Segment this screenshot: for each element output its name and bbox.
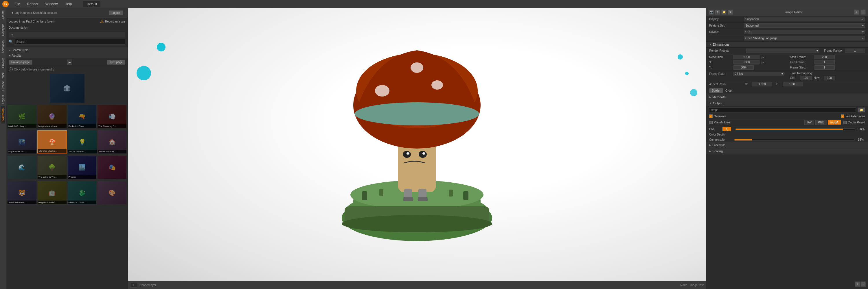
results-section-header[interactable]: Results: [6, 53, 128, 59]
thumb-netsuke[interactable]: 🐉 Netsuke - curle...: [68, 181, 97, 204]
aspect-x-input[interactable]: 1.000: [752, 82, 772, 86]
cache-result-checkbox[interactable]: [843, 121, 846, 124]
thumb-row4-4[interactable]: 🎨: [97, 181, 126, 204]
output-section-header[interactable]: Output: [706, 100, 868, 106]
panel-plus-btn[interactable]: +: [855, 282, 860, 287]
search-header[interactable]: [9, 32, 125, 38]
placeholders-checkbox[interactable]: [709, 121, 713, 124]
border-button[interactable]: Border: [709, 88, 723, 93]
nav-arrow-right[interactable]: ▶: [67, 60, 72, 65]
thumb-house-lowpoly[interactable]: 🏠 House lowpoly ...: [98, 130, 126, 153]
dimensions-section[interactable]: Dimensions: [706, 42, 868, 48]
sketchfab-header-row: ▼ Log in to your Sketchfab account Logou…: [9, 9, 125, 16]
search-filters-section[interactable]: Search filters: [6, 47, 128, 53]
thumb-model47[interactable]: 🌿 Model 47 - Log...: [7, 105, 36, 128]
svg-rect-23: [362, 191, 367, 200]
resolution-y-input[interactable]: 1080: [734, 60, 760, 65]
png-active-button[interactable]: 8: [722, 127, 731, 131]
tab-relations[interactable]: Relations: [1, 22, 5, 38]
thumb-wind[interactable]: 🌳 The Wind in The...: [38, 156, 66, 179]
menu-file[interactable]: File: [13, 1, 21, 7]
menu-help[interactable]: Help: [63, 1, 73, 7]
featured-thumbnail[interactable]: 🏛️: [50, 74, 85, 103]
thumb-art-12: 🎭: [97, 156, 126, 179]
compression-slider[interactable]: [734, 139, 855, 141]
feature-set-dropdown[interactable]: Supported ▾: [744, 24, 865, 28]
menu-window[interactable]: Window: [44, 1, 59, 7]
search-input[interactable]: [14, 39, 125, 44]
view-icon[interactable]: 👁: [728, 9, 733, 15]
thumb-magic-dream[interactable]: 🔮 Magic dream lens: [38, 105, 66, 128]
menu-render[interactable]: Render: [26, 1, 39, 7]
svg-rect-26: [449, 190, 453, 196]
file-extensions-checkbox[interactable]: ✓: [841, 114, 844, 118]
mushroom-scene: [128, 8, 706, 275]
compression-value: 15%: [857, 138, 865, 141]
panel-minus-btn[interactable]: −: [861, 282, 866, 287]
aspect-ratio-label: Aspect Ratio:: [709, 83, 744, 86]
end-frame-input[interactable]: 1: [814, 60, 835, 65]
frame-range-start[interactable]: 1: [845, 48, 865, 53]
render-icon[interactable]: 📷: [709, 9, 714, 15]
thumb-row3-1[interactable]: 🌊: [7, 156, 36, 179]
output-folder-button[interactable]: 📁: [858, 108, 865, 112]
next-page-button[interactable]: Next page: [107, 60, 125, 65]
thumb-sabertooth[interactable]: 🐯 Sabertooth Rac...: [7, 181, 36, 204]
thumb-led-character[interactable]: 💡 LED Character: [68, 130, 97, 153]
thumb-row-2: 🌃 Nighthawks dio... 🍄 Monster Mushro... …: [6, 129, 128, 155]
frame-step-input[interactable]: 1: [814, 65, 835, 70]
thumb-smoking[interactable]: 💨 The Smoking R...: [97, 105, 126, 128]
tab-animation[interactable]: Animation: [1, 38, 5, 56]
logout-button[interactable]: Logout: [109, 10, 123, 15]
documentation-label[interactable]: Documentation: [9, 26, 28, 29]
tab-layers[interactable]: Layers: [1, 93, 5, 106]
scaling-section[interactable]: Scaling: [706, 148, 868, 154]
active-workspace-tab[interactable]: Default: [83, 1, 100, 7]
thumb-nighthawks[interactable]: 🌃 Nighthawks dio...: [7, 130, 36, 153]
report-issue-label[interactable]: Report an issue: [105, 20, 125, 23]
display-dropdown[interactable]: Supported ▾: [744, 17, 865, 22]
prev-page-button[interactable]: Previous page: [9, 60, 32, 65]
render-presets-dropdown[interactable]: ▾: [746, 48, 819, 53]
resolution-x-input[interactable]: 1920: [734, 55, 760, 59]
thumb-prague[interactable]: 🏙️ Prague: [68, 156, 97, 179]
metadata-section[interactable]: Metadata: [706, 94, 868, 100]
tab-sketchfab[interactable]: Sketchfab: [1, 106, 5, 123]
mushroom-svg: [316, 33, 518, 250]
thumb-reg-riko[interactable]: 🤖 Reg Riko Nanac...: [38, 181, 66, 204]
tab-grease-pencil[interactable]: Grease Pencil: [1, 70, 5, 93]
fps-chevron: ▾: [781, 72, 783, 75]
collapse-icon[interactable]: -: [861, 9, 866, 15]
old-value-input[interactable]: 100: [800, 76, 812, 80]
overwrite-checkbox[interactable]: ✓: [709, 114, 713, 118]
thumb-drakefire[interactable]: 🔫 Drakefire Pistol: [68, 105, 97, 128]
output-icon[interactable]: 📁: [721, 9, 726, 15]
frame-rate-dropdown[interactable]: 24 fps ▾: [734, 72, 784, 76]
png-slider[interactable]: [735, 128, 855, 130]
thumb-row3-4[interactable]: 🎭: [97, 156, 126, 179]
bw-button[interactable]: BW: [804, 120, 814, 125]
start-frame-input[interactable]: 250: [814, 55, 835, 59]
main-viewport[interactable]: ⏸ RenderLayer Node Image Text: [128, 8, 706, 289]
device-dropdown[interactable]: CPU ▾: [744, 30, 865, 34]
open-shading-dropdown[interactable]: Open Shading Language ▾: [744, 36, 865, 40]
aspect-y-input[interactable]: 1.000: [783, 82, 803, 86]
results-grid: 🏛️ 🌿 Model 47 - Log... 🔮 Magic dream len…: [6, 73, 128, 289]
sketchfab-login-section: ▼ Log in to your Sketchfab account Logou…: [6, 8, 128, 18]
resolution-row: Resolution: 1920 px: [709, 55, 784, 59]
new-value-input[interactable]: 100: [824, 76, 835, 80]
tab-physics[interactable]: Physics: [1, 56, 5, 70]
resolution-pct-input[interactable]: 50%: [734, 65, 754, 70]
freestyle-section[interactable]: Freestyle: [706, 142, 868, 148]
rgba-button[interactable]: RGBA: [828, 120, 841, 124]
settings-icon[interactable]: ⚙: [715, 9, 720, 15]
node-label: Node: [680, 284, 687, 287]
viewport-play-btn[interactable]: ⏸: [130, 283, 137, 288]
tab-create[interactable]: Create: [1, 8, 5, 22]
expand-icon[interactable]: +: [854, 9, 859, 15]
dot-5: [690, 89, 697, 96]
output-path-input[interactable]: [709, 108, 856, 112]
rgb-button[interactable]: RGB: [815, 120, 827, 125]
search-section: 🔍: [6, 30, 128, 47]
thumb-monster-mushroom[interactable]: 🍄 Monster Mushro...: [37, 130, 67, 153]
